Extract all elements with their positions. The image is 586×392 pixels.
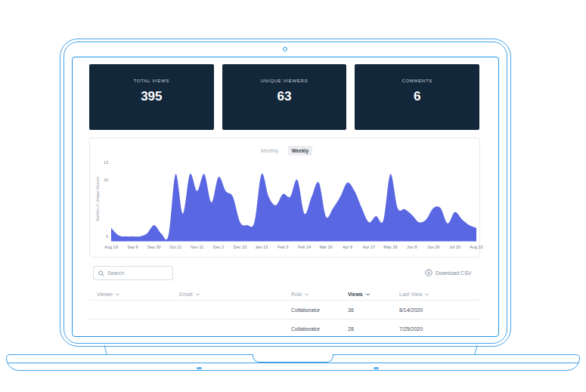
- laptop-foot-left: [197, 367, 202, 369]
- download-icon: [425, 269, 433, 276]
- chevron-down-icon: [365, 293, 371, 296]
- viewers-table: Viewer Email Role Views Last View: [89, 289, 479, 337]
- stat-label: COMMENTS: [355, 79, 479, 83]
- viewer-search-box[interactable]: [93, 266, 173, 280]
- analytics-dashboard-mockup: TOTAL VIEWS 395 UNIQUE VIEWERS 63 COMMEN…: [0, 0, 586, 392]
- column-header-role[interactable]: Role: [291, 292, 348, 297]
- column-label: Email: [179, 292, 193, 297]
- stat-value: 395: [89, 89, 214, 104]
- column-label: Last View: [399, 292, 422, 297]
- column-label: Viewer: [97, 292, 113, 297]
- column-header-viewer[interactable]: Viewer: [89, 292, 179, 297]
- stat-label: UNIQUE VIEWERS: [222, 79, 347, 83]
- table-row[interactable]: Collaborator287/25/2020: [89, 319, 479, 337]
- chevron-down-icon: [115, 293, 120, 296]
- viewers-chart-panel: Monthly Weekly Number of Unique Viewers …: [89, 137, 480, 258]
- laptop-lid-notch: [253, 354, 333, 363]
- views-cell: 28: [348, 326, 399, 332]
- search-input[interactable]: [107, 270, 160, 276]
- last-view-cell: 8/14/2020: [399, 307, 479, 313]
- y-axis-tick-label: 0: [91, 234, 108, 239]
- area-series: [111, 174, 476, 242]
- download-csv-button[interactable]: Download CSV: [425, 269, 471, 276]
- laptop-screen: TOTAL VIEWS 395 UNIQUE VIEWERS 63 COMMEN…: [72, 57, 499, 337]
- search-icon: [98, 270, 104, 276]
- chevron-down-icon: [195, 293, 200, 296]
- chevron-down-icon: [424, 293, 429, 296]
- laptop-foot-right: [374, 367, 379, 369]
- stat-card-comments: COMMENTS 6: [355, 64, 479, 130]
- y-axis-tick-label: 13: [91, 160, 108, 165]
- stats-card-row: TOTAL VIEWS 395 UNIQUE VIEWERS 63 COMMEN…: [89, 64, 479, 130]
- table-row[interactable]: Collaborator368/14/2020: [89, 301, 479, 319]
- views-cell: 36: [348, 307, 399, 313]
- laptop-camera-dot: [283, 47, 287, 51]
- x-axis-tick-label: Aug 10: [461, 245, 491, 249]
- column-label: Role: [291, 292, 302, 297]
- stat-card-total-views: TOTAL VIEWS 395: [89, 64, 214, 130]
- table-body: Collaborator368/14/2020Collaborator287/2…: [89, 301, 479, 337]
- unique-viewers-area-chart: [90, 138, 481, 258]
- column-header-last-view[interactable]: Last View: [399, 292, 479, 297]
- stat-label: TOTAL VIEWS: [89, 79, 214, 83]
- column-header-views[interactable]: Views: [348, 292, 399, 297]
- column-header-email[interactable]: Email: [179, 292, 291, 297]
- y-axis-tick-label: 10: [91, 177, 108, 182]
- stat-card-unique-viewers: UNIQUE VIEWERS 63: [222, 64, 347, 130]
- table-header-row: Viewer Email Role Views Last View: [89, 289, 479, 301]
- stat-value: 6: [355, 89, 479, 104]
- stat-value: 63: [222, 89, 347, 104]
- download-csv-label: Download CSV: [436, 270, 471, 276]
- laptop-base-seam: [8, 363, 578, 363]
- role-cell: Collaborator: [291, 326, 348, 332]
- column-label: Views: [348, 292, 363, 297]
- last-view-cell: 7/25/2020: [399, 326, 479, 332]
- chevron-down-icon: [304, 293, 309, 296]
- role-cell: Collaborator: [291, 307, 348, 313]
